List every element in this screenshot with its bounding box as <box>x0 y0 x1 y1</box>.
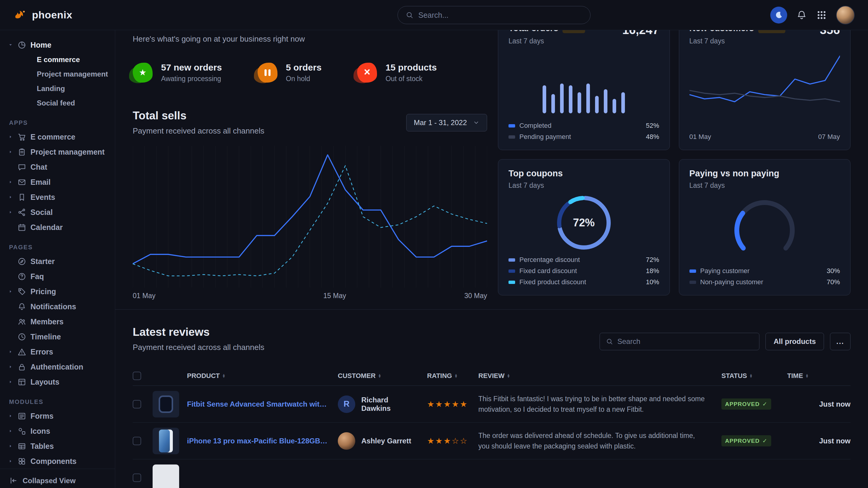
sidebar-section-pages: PAGES <box>9 244 115 251</box>
orders-bar-chart <box>508 45 659 122</box>
sidebar-item-chat[interactable]: Chat <box>0 159 115 174</box>
sidebar-item-home[interactable]: Home <box>0 37 115 53</box>
sidebar-item-project-management[interactable]: Project management <box>0 67 115 82</box>
current-series-line <box>689 56 840 102</box>
donut-center-value: 72% <box>573 217 595 229</box>
sort-icon: ▴▾ <box>455 374 457 378</box>
kpi-awating-processing: ★ 57 new ordersAwating processing <box>133 62 222 83</box>
customer-avatar: R <box>338 395 355 413</box>
search-icon <box>606 338 613 345</box>
total-sells-chart: 01 May 15 May 30 May <box>133 146 487 301</box>
sidebar-item-tables[interactable]: Tables <box>0 438 115 454</box>
sidebar-item-pricing[interactable]: Pricing <box>0 284 115 299</box>
date-range-select[interactable]: Mar 1 - 31, 2022 <box>406 114 487 131</box>
sidebar-item-timeline[interactable]: Timeline <box>0 329 115 344</box>
sidebar-item-calendar[interactable]: Calendar <box>0 220 115 235</box>
sidebar-item-social[interactable]: Social <box>0 205 115 220</box>
row-checkbox[interactable] <box>133 400 141 409</box>
column-header-review[interactable]: REVIEW▴▾ <box>478 372 721 380</box>
column-header-time[interactable]: TIME▴▾ <box>787 372 850 380</box>
layout-icon <box>18 378 26 386</box>
select-all-checkbox[interactable] <box>133 372 141 380</box>
order-bar <box>569 85 572 113</box>
sidebar-item-forms[interactable]: Forms <box>0 409 115 423</box>
sidebar: Home E commerceProject managementLanding… <box>0 30 115 488</box>
global-search[interactable] <box>398 6 591 24</box>
phoenix-logo-icon <box>13 8 27 22</box>
sidebar-item-landing[interactable]: Landing <box>0 82 115 96</box>
caret-right-icon <box>8 209 13 215</box>
previous-series-line <box>689 90 840 102</box>
sidebar-item-authentication[interactable]: Authentication <box>0 359 115 375</box>
topbar: phoenix <box>0 0 868 30</box>
clipboard-icon <box>18 148 26 157</box>
x-axis-label: 15 May <box>323 292 346 300</box>
apps-grid-icon[interactable] <box>816 10 827 21</box>
coupons-donut-chart: 72% <box>508 190 659 256</box>
review-row: Fitbit Sense Advanced Smartwatch with To… <box>133 386 850 423</box>
review-time: Just now <box>787 400 850 409</box>
review-text: This Fitbit is fantastic! I was trying t… <box>478 394 714 415</box>
card-period: Last 7 days <box>508 182 563 190</box>
column-header-customer[interactable]: CUSTOMER▴▾ <box>338 372 427 380</box>
product-link[interactable]: Fitbit Sense Advanced Smartwatch with To… <box>187 400 329 409</box>
collapsed-view-label: Collapsed View <box>23 477 76 485</box>
collapsed-view-toggle[interactable]: Collapsed View <box>0 469 115 488</box>
sidebar-item-e-commerce[interactable]: E commerce <box>0 53 115 67</box>
sidebar-item-starter[interactable]: Starter <box>0 254 115 269</box>
sidebar-item-faq[interactable]: Faq <box>0 269 115 284</box>
main-content: Ecommerce Dashboard Here's what's going … <box>115 0 868 488</box>
kpi-value: 15 products <box>385 62 437 73</box>
collapse-icon <box>9 476 18 485</box>
sidebar-item-errors[interactable]: Errors <box>0 344 115 359</box>
sidebar-item-events[interactable]: Events <box>0 190 115 205</box>
review-row <box>133 459 850 488</box>
check-icon: ✓ <box>763 400 768 408</box>
brand[interactable]: phoenix <box>13 8 72 22</box>
order-bar <box>595 96 599 113</box>
reviews-search[interactable] <box>599 333 760 350</box>
notifications-bell-icon[interactable] <box>796 10 807 21</box>
chat-icon <box>18 163 26 171</box>
sidebar-item-email[interactable]: Email <box>0 174 115 190</box>
sidebar-item-components[interactable]: Components <box>0 454 115 469</box>
sidebar-item-project-management[interactable]: Project management <box>0 144 115 159</box>
search-input[interactable] <box>418 11 582 20</box>
card-period: Last 7 days <box>689 37 786 45</box>
column-header-status[interactable]: STATUS▴▾ <box>721 372 787 380</box>
bell-icon <box>18 302 26 311</box>
order-bar <box>621 92 625 113</box>
all-products-button[interactable]: All products <box>766 333 824 350</box>
puzzle-icon <box>18 457 26 466</box>
sidebar-item-icons[interactable]: Icons <box>0 423 115 438</box>
sidebar-item-notifications[interactable]: Notifications <box>0 299 115 314</box>
product-link[interactable]: iPhone 13 pro max-Pacific Blue-128GB sto… <box>187 437 329 445</box>
row-checkbox[interactable] <box>133 437 141 445</box>
theme-toggle-button[interactable] <box>770 7 787 24</box>
share-icon <box>18 208 26 217</box>
sidebar-item-members[interactable]: Members <box>0 314 115 329</box>
sidebar-item-social-feed[interactable]: Social feed <box>0 96 115 110</box>
column-header-rating[interactable]: RATING▴▾ <box>427 372 478 380</box>
reviews-search-input[interactable] <box>617 337 753 346</box>
page-subtitle: Here's what's going on at your business … <box>133 34 487 44</box>
legend-item-completed: Completed52% <box>508 122 659 130</box>
sidebar-item-layouts[interactable]: Layouts <box>0 375 115 389</box>
reviews-title: Latest reviews <box>133 326 264 338</box>
row-checkbox[interactable] <box>133 474 141 482</box>
mail-icon <box>18 178 26 187</box>
sort-icon: ▴▾ <box>507 374 510 378</box>
sidebar-item-e-commerce[interactable]: E commerce <box>0 129 115 144</box>
caret-right-icon <box>8 364 13 369</box>
user-avatar[interactable] <box>836 6 855 24</box>
kpi-on-hold: 5 ordersOn hold <box>257 62 321 83</box>
product-thumbnail <box>153 391 179 418</box>
form-icon <box>18 412 26 421</box>
column-header-product[interactable]: PRODUCT▴▾ <box>153 372 338 380</box>
new-customers-chart <box>689 45 840 130</box>
more-options-button[interactable]: ... <box>830 333 850 350</box>
x-icon: × <box>357 63 377 83</box>
x-axis-label: 07 May <box>818 133 840 141</box>
compass-icon <box>18 257 26 266</box>
latest-reviews-section: Latest reviews Payment received across a… <box>133 310 850 488</box>
